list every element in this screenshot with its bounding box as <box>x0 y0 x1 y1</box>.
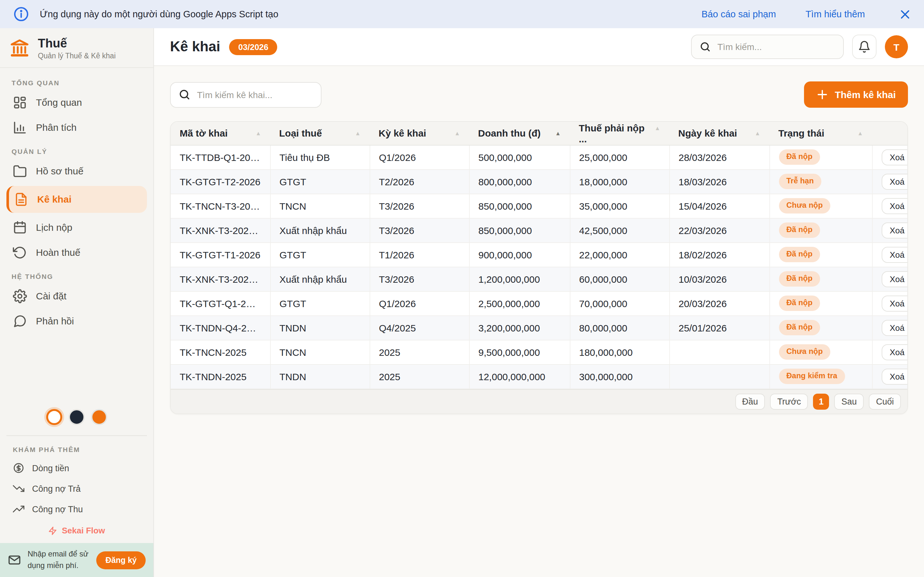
cell-status: Đã nộp <box>769 242 872 267</box>
sort-arrow-icon: ▲ <box>454 131 460 137</box>
cell-status: Đã nộp <box>769 218 872 242</box>
pagination-prev-button[interactable]: Trước <box>771 393 808 409</box>
close-banner-icon[interactable] <box>898 8 911 21</box>
table-row[interactable]: TK-XNK-T3-2026…Xuất nhập khẩuT3/2026850,… <box>171 218 908 242</box>
learn-more-link[interactable]: Tìm hiểu thêm <box>806 9 865 19</box>
cell-status: Đã nộp <box>769 267 872 291</box>
cell-id: TK-GTGT-Q1-2026 <box>171 291 270 316</box>
theme-orange-dot[interactable] <box>91 409 107 425</box>
cell-status: Chưa nộp <box>769 340 872 364</box>
cash-icon <box>13 462 24 474</box>
table-row[interactable]: TK-TNCN-2025TNCN20259,500,000,000180,000… <box>171 340 908 364</box>
table-row[interactable]: TK-TNDN-2025TNDN202512,000,000,000300,00… <box>171 364 908 388</box>
report-abuse-link[interactable]: Báo cáo sai phạm <box>702 9 776 19</box>
search-icon <box>178 89 191 101</box>
cell-date: 28/03/2026 <box>669 145 769 169</box>
delete-button[interactable]: Xoá <box>881 368 908 384</box>
trending-down-icon <box>13 483 24 494</box>
sidebar-item-refund[interactable]: Hoàn thuế <box>6 242 147 263</box>
delete-button[interactable]: Xoá <box>881 173 908 189</box>
discover-label: KHÁM PHÁ THÊM <box>13 446 141 453</box>
cell-tax_due: 60,000,000 <box>570 267 669 291</box>
sidebar-item-folder[interactable]: Hồ sơ thuế <box>6 161 147 181</box>
apps-script-banner: Ứng dụng này do một người dùng Google Ap… <box>0 0 924 28</box>
cell-period: T2/2026 <box>370 169 469 193</box>
column-header[interactable]: ▲Kỳ kê khai <box>370 122 469 145</box>
delete-button[interactable]: Xoá <box>881 198 908 214</box>
column-header[interactable]: ▲Mã tờ khai <box>171 122 270 145</box>
global-search[interactable] <box>691 35 844 59</box>
table-row[interactable]: TK-XNK-T3-2026…Xuất nhập khẩuT3/20261,20… <box>171 267 908 291</box>
column-header-actions <box>872 122 908 145</box>
sidebar-item-bar-chart[interactable]: Phân tích <box>6 117 147 138</box>
column-header[interactable]: ▲Thuế phải nộp ... <box>570 122 669 145</box>
status-badge: Chưa nộp <box>779 198 830 213</box>
column-header[interactable]: ▲Ngày kê khai <box>669 122 769 145</box>
declarations-search-input[interactable] <box>197 89 313 100</box>
column-header[interactable]: ▲Trạng thái <box>769 122 872 145</box>
sort-arrow-icon: ▲ <box>857 131 863 137</box>
column-header[interactable]: ▲Doanh thu (đ) <box>469 122 570 145</box>
table-row[interactable]: TK-TNCN-T3-2026TNCNT3/2026850,000,00035,… <box>171 193 908 218</box>
notifications-button[interactable] <box>852 35 877 59</box>
cell-tax_type: TNCN <box>270 340 370 364</box>
status-badge: Đã nộp <box>779 223 820 237</box>
table-row[interactable]: TK-TNDN-Q4-2025TNDNQ4/20253,200,000,0008… <box>171 316 908 340</box>
status-badge: Đã nộp <box>779 271 820 286</box>
global-search-input[interactable] <box>717 42 835 52</box>
sidebar-item-feedback[interactable]: Phản hồi <box>6 311 147 332</box>
pagination-page-1-button[interactable]: 1 <box>813 393 829 409</box>
brand-footer[interactable]: Sekai Flow <box>6 526 147 535</box>
cell-status: Đã nộp <box>769 291 872 316</box>
delete-button[interactable]: Xoá <box>881 247 908 263</box>
cell-tax_due: 42,500,000 <box>570 218 669 242</box>
discover-item-label: Công nợ Thu <box>32 504 83 514</box>
delete-button[interactable]: Xoá <box>881 271 908 287</box>
dashboard-icon <box>13 95 27 110</box>
signup-button[interactable]: Đăng ký <box>97 551 145 569</box>
table-row[interactable]: TK-GTGT-Q1-2026GTGTQ1/20262,500,000,0007… <box>171 291 908 316</box>
table-row[interactable]: TK-GTGT-T2-2026GTGTT2/2026800,000,00018,… <box>171 169 908 193</box>
table-row[interactable]: TK-GTGT-T1-2026GTGTT1/2026900,000,00022,… <box>171 242 908 267</box>
discover-item-cash[interactable]: Dòng tiền <box>8 459 145 477</box>
cell-date: 18/03/2026 <box>669 169 769 193</box>
cell-revenue: 900,000,000 <box>469 242 570 267</box>
sidebar-item-dashboard[interactable]: Tổng quan <box>6 92 147 113</box>
column-header[interactable]: ▲Loại thuế <box>270 122 370 145</box>
pagination-first-button[interactable]: Đầu <box>735 393 765 409</box>
table-header-row: ▲Mã tờ khai▲Loại thuế▲Kỳ kê khai▲Doanh t… <box>171 122 908 145</box>
sort-arrow-icon: ▲ <box>355 131 360 137</box>
pagination-next-button[interactable]: Sau <box>834 393 864 409</box>
cell-revenue: 12,000,000,000 <box>469 364 570 388</box>
section-label: TỔNG QUAN <box>11 79 142 87</box>
cell-actions: Xoá <box>872 242 908 267</box>
discover-item-trending-up[interactable]: Công nợ Thu <box>8 500 145 518</box>
cell-date: 10/03/2026 <box>669 267 769 291</box>
delete-button[interactable]: Xoá <box>881 319 908 335</box>
avatar[interactable]: T <box>885 35 908 58</box>
cell-period: T3/2026 <box>370 193 469 218</box>
sidebar-item-calendar[interactable]: Lịch nộp <box>6 218 147 238</box>
add-declaration-button[interactable]: Thêm kê khai <box>804 81 908 108</box>
discover-item-trending-down[interactable]: Công nợ Trả <box>8 480 145 498</box>
theme-dark-dot[interactable] <box>69 409 85 425</box>
cell-date <box>669 364 769 388</box>
table-row[interactable]: TK-TTDB-Q1-2026Tiêu thụ ĐBQ1/2026500,000… <box>171 145 908 169</box>
cell-date: 20/03/2026 <box>669 291 769 316</box>
calendar-icon <box>13 221 27 235</box>
email-signup-bar: Nhập email để sử dụng miễn phí. Đăng ký <box>0 543 153 577</box>
theme-light-dot[interactable] <box>46 409 62 425</box>
sidebar-item-gear[interactable]: Cài đặt <box>6 286 147 306</box>
cell-revenue: 2,500,000,000 <box>469 291 570 316</box>
delete-button[interactable]: Xoá <box>881 222 908 238</box>
declarations-search[interactable] <box>170 82 321 107</box>
cell-period: 2025 <box>370 364 469 388</box>
delete-button[interactable]: Xoá <box>881 344 908 360</box>
sidebar-item-file-text[interactable]: Kê khai <box>6 186 147 213</box>
cell-period: T3/2026 <box>370 267 469 291</box>
delete-button[interactable]: Xoá <box>881 295 908 311</box>
cell-tax_type: Xuất nhập khẩu <box>270 218 370 242</box>
sort-arrow-icon: ▲ <box>754 131 760 137</box>
pagination-last-button[interactable]: Cuối <box>869 393 901 409</box>
delete-button[interactable]: Xoá <box>881 149 908 165</box>
